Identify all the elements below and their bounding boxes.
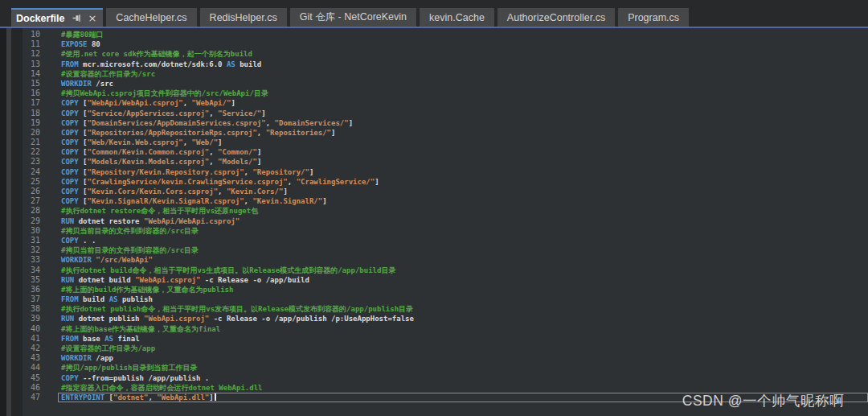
string-token: "WebApi/WebApi.csproj" bbox=[144, 217, 240, 225]
text-token: , bbox=[288, 178, 297, 186]
text-token: . . bbox=[79, 237, 96, 245]
code-line-text[interactable]: #执行dotnet build命令，相当于平时用vs生成项目。以Release模… bbox=[58, 266, 868, 275]
code-line[interactable]: 33WORKDIR "/src/WebApi" bbox=[23, 255, 868, 265]
code-line-text[interactable]: #拷贝当前目录的文件到到容器的/src目录 bbox=[58, 226, 868, 236]
code-line[interactable]: 29RUN dotnet restore "WebApi/WebApi.cspr… bbox=[23, 216, 868, 226]
string-token: "Web/" bbox=[192, 138, 219, 146]
text-token: ] bbox=[218, 138, 222, 146]
keyword-token: RUN bbox=[61, 217, 74, 225]
code-line-text[interactable]: RUN dotnet restore "WebApi/WebApi.csproj… bbox=[58, 216, 868, 226]
code-line[interactable]: 32#拷贝当前目录的文件到到容器的/src目录 bbox=[23, 245, 868, 255]
code-line-text[interactable]: WORKDIR /app bbox=[58, 353, 868, 363]
code-line[interactable]: 42#设置容器的工作目录为/app bbox=[23, 344, 868, 353]
code-line-text[interactable]: #拷贝WebApi.csproj项目文件到容器中的/src/WebApi/目录 bbox=[58, 89, 868, 98]
code-line[interactable]: 12#使用.net core sdk作为基础镜像，起一个别名为build bbox=[23, 49, 868, 59]
code-line[interactable]: 23COPY ["Models/Kevin.Models.csproj", "M… bbox=[23, 157, 868, 167]
code-line[interactable]: 37FROM build AS publish bbox=[23, 294, 868, 304]
code-line-text[interactable]: COPY ["Repository/Kevin.Repository.cspro… bbox=[58, 167, 868, 177]
code-line[interactable]: 10#暴露80端口 bbox=[23, 30, 868, 39]
code-line-text[interactable]: COPY --from=publish /app/publish . bbox=[58, 373, 868, 383]
code-line[interactable]: 28#执行dotnet restore命令，相当于平时用vs还原nuget包 bbox=[23, 206, 868, 216]
code-line[interactable]: 34#执行dotnet build命令，相当于平时用vs生成项目。以Releas… bbox=[23, 266, 868, 275]
code-line[interactable]: 45COPY --from=publish /app/publish . bbox=[23, 373, 868, 383]
tab-label: RedisHelper.cs bbox=[210, 12, 277, 23]
text-token: [ bbox=[79, 129, 88, 137]
code-line-text[interactable]: WORKDIR "/src/WebApi" bbox=[58, 255, 868, 265]
code-area[interactable]: 10#暴露80端口11EXPOSE 8012#使用.net core sdk作为… bbox=[23, 30, 868, 402]
code-line[interactable]: 20COPY ["Repositories/AppRepositorieRps.… bbox=[23, 128, 868, 138]
code-line-text[interactable]: RUN dotnet publish "WebApi.csproj" -c Re… bbox=[58, 314, 868, 323]
code-line[interactable]: 11EXPOSE 80 bbox=[23, 39, 868, 49]
breakpoint-margin[interactable] bbox=[11, 28, 23, 416]
code-line-text[interactable]: FROM base AS final bbox=[58, 334, 868, 344]
tab-cachehelper-cs[interactable]: CacheHelper.cs bbox=[106, 8, 196, 27]
code-line[interactable]: 44#拷贝/app/publish目录到当前工作目录 bbox=[23, 363, 868, 373]
code-line-text[interactable]: FROM build AS publish bbox=[58, 294, 868, 304]
code-line[interactable]: 30#拷贝当前目录的文件到到容器的/src目录 bbox=[23, 226, 868, 236]
code-line-text[interactable]: COPY ["Web/Kevin.Web.csproj", "Web/"] bbox=[58, 138, 868, 147]
code-line[interactable]: 38#执行dotnet publish命令，相当于平时用vs发布项目。以Rele… bbox=[23, 304, 868, 314]
tab-kevin-cache[interactable]: kevin.Cache bbox=[420, 8, 494, 27]
code-line-text[interactable]: COPY ["CrawlingService/kevin.CrawlingSer… bbox=[58, 177, 868, 187]
code-line-text[interactable]: #将上面的build作为基础镜像，又重命名为publish bbox=[58, 285, 868, 294]
tab-git-netcorekevin[interactable]: Git 仓库 - NetCoreKevin bbox=[290, 8, 416, 27]
code-line[interactable]: 18COPY ["Service/AppServices.csproj", "S… bbox=[23, 109, 868, 118]
tab-authorizecontroller-cs[interactable]: AuthorizeController.cs bbox=[497, 8, 615, 27]
code-line-text[interactable]: COPY ["DomainServices/AppDomainServices.… bbox=[58, 118, 868, 128]
code-line[interactable]: 19COPY ["DomainServices/AppDomainService… bbox=[23, 118, 868, 128]
code-line[interactable]: 40#将上面的base作为基础镜像，又重命名为final bbox=[23, 324, 868, 334]
code-line-text[interactable]: #拷贝当前目录的文件到到容器的/src目录 bbox=[58, 245, 868, 255]
text-token: , bbox=[209, 148, 218, 156]
code-line[interactable]: 27COPY ["Kevin.SignalR/Kevin.SignalR.csp… bbox=[23, 196, 868, 206]
code-line-text[interactable]: #设置容器的工作目录为/src bbox=[58, 69, 868, 79]
code-line-text[interactable]: RUN dotnet build "WebApi.csproj" -c Rele… bbox=[58, 275, 868, 285]
keyword-token: AS bbox=[104, 335, 113, 343]
code-line[interactable]: 41FROM base AS final bbox=[23, 334, 868, 344]
tab-redishelper-cs[interactable]: RedisHelper.cs bbox=[200, 8, 287, 27]
code-line-text[interactable]: FROM mcr.microsoft.com/dotnet/sdk:6.0 AS… bbox=[58, 60, 868, 69]
code-line-text[interactable]: #使用.net core sdk作为基础镜像，起一个别名为build bbox=[58, 49, 868, 59]
code-line-text[interactable]: COPY ["Models/Kevin.Models.csproj", "Mod… bbox=[58, 157, 868, 167]
code-line-text[interactable]: #拷贝/app/publish目录到当前工作目录 bbox=[58, 363, 868, 373]
code-line[interactable]: 25COPY ["CrawlingService/kevin.CrawlingS… bbox=[23, 177, 868, 187]
tab-program-cs[interactable]: Program.cs bbox=[618, 8, 689, 27]
code-line-text[interactable]: COPY ["Service/AppServices.csproj", "Ser… bbox=[58, 109, 868, 118]
code-line-text[interactable]: COPY . . bbox=[58, 236, 868, 245]
code-line[interactable]: 31COPY . . bbox=[23, 236, 868, 245]
code-line-text[interactable]: #设置容器的工作目录为/app bbox=[58, 344, 868, 353]
text-token: /src bbox=[92, 80, 113, 88]
code-line[interactable]: 39RUN dotnet publish "WebApi.csproj" -c … bbox=[23, 314, 868, 323]
close-icon[interactable]: × bbox=[88, 13, 96, 23]
code-line[interactable]: 13FROM mcr.microsoft.com/dotnet/sdk:6.0 … bbox=[23, 60, 868, 69]
code-line-text[interactable]: COPY ["Kevin.SignalR/Kevin.SignalR.cspro… bbox=[58, 196, 868, 206]
code-line[interactable]: 36#将上面的build作为基础镜像，又重命名为publish bbox=[23, 285, 868, 294]
code-line-text[interactable]: #将上面的base作为基础镜像，又重命名为final bbox=[58, 324, 868, 334]
code-line-text[interactable]: COPY ["Repositories/AppRepositorieRps.cs… bbox=[58, 128, 868, 138]
code-line[interactable]: 16#拷贝WebApi.csproj项目文件到容器中的/src/WebApi/目… bbox=[23, 89, 868, 98]
editor[interactable]: 10#暴露80端口11EXPOSE 8012#使用.net core sdk作为… bbox=[0, 28, 868, 416]
code-line[interactable]: 22COPY ["Common/Kevin.Common.csproj", "C… bbox=[23, 147, 868, 157]
pin-icon[interactable] bbox=[72, 14, 81, 23]
comment-token: #执行dotnet restore命令，相当于平时用vs还原nuget包 bbox=[61, 207, 258, 215]
code-line[interactable]: 15WORKDIR /src bbox=[23, 79, 868, 89]
tab-dockerfile[interactable]: Dockerfile× bbox=[11, 8, 103, 27]
string-token: "Kevin.Cors/Kevin.Cors.csproj" bbox=[88, 187, 219, 196]
code-line[interactable]: 17COPY ["WebApi/WebApi.csproj", "WebApi/… bbox=[23, 98, 868, 108]
comment-token: #设置容器的工作目录为/app bbox=[61, 344, 155, 352]
code-line[interactable]: 35RUN dotnet build "WebApi.csproj" -c Re… bbox=[23, 275, 868, 285]
code-line[interactable]: 24COPY ["Repository/Kevin.Repository.csp… bbox=[23, 167, 868, 177]
code-line[interactable]: 26COPY ["Kevin.Cors/Kevin.Cors.csproj", … bbox=[23, 187, 868, 196]
code-line-text[interactable]: COPY ["Common/Kevin.Common.csproj", "Com… bbox=[58, 147, 868, 157]
code-line-text[interactable]: #暴露80端口 bbox=[58, 30, 868, 39]
code-line[interactable]: 43WORKDIR /app bbox=[23, 353, 868, 363]
code-line-text[interactable]: #执行dotnet publish命令，相当于平时用vs发布项目。以Releas… bbox=[58, 304, 868, 314]
code-line-text[interactable]: WORKDIR /src bbox=[58, 79, 868, 89]
line-number: 21 bbox=[23, 138, 40, 147]
code-line-text[interactable]: COPY ["Kevin.Cors/Kevin.Cors.csproj", "K… bbox=[58, 187, 868, 196]
text-token: [ bbox=[79, 187, 88, 196]
code-line[interactable]: 21COPY ["Web/Kevin.Web.csproj", "Web/"] bbox=[23, 138, 868, 147]
code-line-text[interactable]: #执行dotnet restore命令，相当于平时用vs还原nuget包 bbox=[58, 206, 868, 216]
code-line[interactable]: 14#设置容器的工作目录为/src bbox=[23, 69, 868, 79]
code-line-text[interactable]: EXPOSE 80 bbox=[58, 39, 868, 49]
code-line-text[interactable]: COPY ["WebApi/WebApi.csproj", "WebApi/"] bbox=[58, 98, 868, 108]
